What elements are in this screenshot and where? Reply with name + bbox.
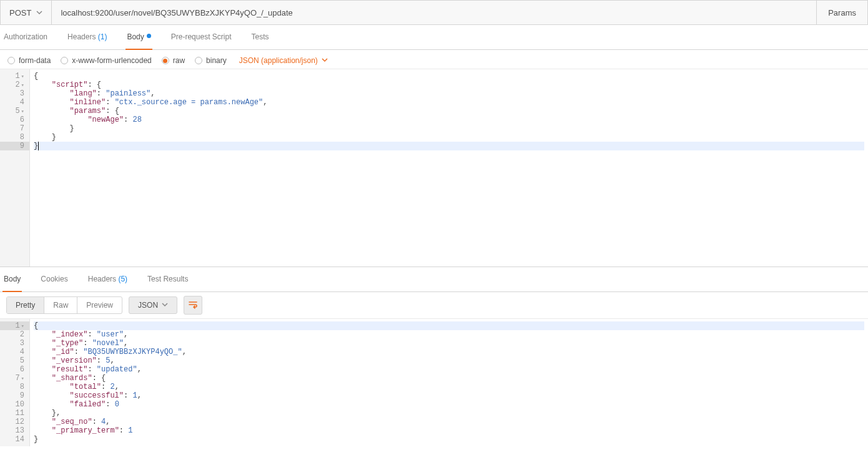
response-body-editor[interactable]: 1▾234567▾891011121314 { "_index": "user"…	[0, 319, 868, 446]
radio-circle-icon	[61, 57, 68, 64]
editor-gutter: 1▾234567▾891011121314	[0, 319, 30, 446]
radio-raw[interactable]: raw	[162, 56, 185, 65]
pretty-label: Pretty	[16, 301, 35, 310]
radio-formdata-label: form-data	[19, 56, 51, 65]
tab-body-label: Body	[127, 32, 144, 41]
resp-tab-cookies[interactable]: Cookies	[39, 267, 69, 292]
radio-urlencoded[interactable]: x-www-form-urlencoded	[61, 56, 151, 65]
method-label: POST	[9, 8, 31, 17]
tab-tests[interactable]: Tests	[250, 25, 270, 50]
resp-tab-body[interactable]: Body	[2, 267, 22, 292]
wrap-lines-icon	[188, 300, 198, 311]
request-body-editor[interactable]: 1▾2▾345▾6789 { "script": { "lang": "pain…	[0, 69, 868, 267]
radio-binary[interactable]: binary	[195, 56, 227, 65]
params-button[interactable]: Params	[816, 1, 867, 24]
resp-tab-cookies-label: Cookies	[41, 275, 67, 283]
radio-formdata[interactable]: form-data	[7, 56, 51, 65]
response-format-label: JSON	[138, 301, 158, 310]
radio-circle-icon	[195, 57, 202, 64]
resp-tab-headers[interactable]: Headers (5)	[87, 267, 129, 292]
radio-urlencoded-label: x-www-form-urlencoded	[72, 56, 151, 65]
preview-button[interactable]: Preview	[77, 297, 122, 313]
tab-prerequest[interactable]: Pre-request Script	[170, 25, 233, 50]
editor-gutter: 1▾2▾345▾6789	[0, 69, 30, 267]
resp-tab-tests[interactable]: Test Results	[146, 267, 189, 292]
resp-tab-headers-label: Headers	[88, 275, 116, 283]
preview-label: Preview	[86, 301, 113, 310]
response-view-group: Pretty Raw Preview	[6, 296, 122, 314]
tab-authorization-label: Authorization	[4, 32, 47, 41]
radio-circle-selected-icon	[162, 57, 169, 64]
resp-tab-body-label: Body	[4, 275, 21, 283]
chevron-down-icon	[36, 8, 42, 17]
response-toolbar: Pretty Raw Preview JSON	[0, 292, 868, 319]
tab-headers-count: (1)	[98, 32, 107, 41]
radio-raw-label: raw	[173, 56, 185, 65]
chevron-down-icon	[322, 56, 328, 65]
wrap-lines-button[interactable]	[184, 296, 202, 315]
raw-button[interactable]: Raw	[44, 297, 77, 313]
content-type-label: JSON (application/json)	[239, 56, 318, 65]
body-type-row: form-data x-www-form-urlencoded raw bina…	[0, 50, 868, 69]
editor-code-area[interactable]: { "script": { "lang": "painless", "inlin…	[30, 69, 868, 267]
http-method-select[interactable]: POST	[1, 1, 52, 24]
resp-tab-headers-count: (5)	[118, 275, 127, 283]
editor-code-area[interactable]: { "_index": "user", "_type": "novel", "_…	[30, 319, 868, 446]
tab-authorization[interactable]: Authorization	[2, 25, 49, 50]
tab-tests-label: Tests	[251, 32, 269, 41]
response-format-select[interactable]: JSON	[129, 296, 177, 314]
tab-body[interactable]: Body	[126, 25, 152, 50]
tab-prerequest-label: Pre-request Script	[171, 32, 232, 41]
url-input[interactable]	[52, 1, 816, 24]
params-label: Params	[828, 8, 856, 17]
response-tabs: Body Cookies Headers (5) Test Results	[0, 267, 868, 292]
raw-label: Raw	[53, 301, 68, 310]
tab-headers-label: Headers	[67, 32, 96, 41]
request-topbar: POST Params	[0, 0, 868, 25]
tab-headers[interactable]: Headers (1)	[66, 25, 108, 50]
pretty-button[interactable]: Pretty	[7, 297, 44, 313]
tab-body-modified-dot-icon	[147, 34, 151, 38]
radio-circle-icon	[7, 57, 15, 64]
request-tabs: Authorization Headers (1) Body Pre-reque…	[0, 25, 868, 50]
chevron-down-icon	[162, 301, 168, 310]
radio-binary-label: binary	[206, 56, 227, 65]
content-type-select[interactable]: JSON (application/json)	[239, 56, 328, 65]
resp-tab-tests-label: Test Results	[147, 275, 188, 283]
